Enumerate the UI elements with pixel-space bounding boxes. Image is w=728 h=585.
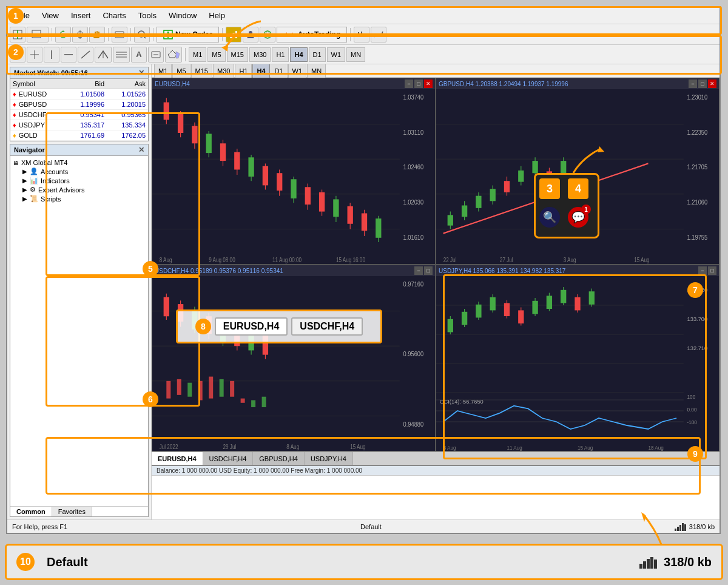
chart-usdjpy-minimize[interactable]: −: [698, 266, 707, 275]
chart-gbpusd-maximize[interactable]: □: [698, 79, 707, 88]
tf-d1[interactable]: D1: [309, 47, 326, 62]
chart-gbpusd-body[interactable]: 1.23010 1.22350 1.21705 1.21060 1.19755 …: [436, 89, 719, 264]
inner-tf-d1[interactable]: D1: [271, 64, 288, 78]
svg-rect-3: [32, 30, 41, 38]
svg-rect-179: [532, 301, 538, 314]
nav-scripts[interactable]: ▶ 📜 Scripts: [22, 194, 146, 203]
chart-usdjpy-maximize[interactable]: □: [708, 266, 716, 275]
chart-eurusd-close[interactable]: ✕: [424, 79, 433, 88]
browser-btn[interactable]: [260, 27, 275, 42]
inner-tf-w1[interactable]: W1: [288, 64, 307, 78]
tf-mn[interactable]: MN: [346, 47, 365, 62]
hline-btn[interactable]: [61, 47, 76, 63]
inner-tf-h1[interactable]: H1: [235, 64, 252, 78]
menu-view[interactable]: View: [37, 10, 64, 21]
tf-w1[interactable]: W1: [327, 47, 346, 62]
pitchfork-btn[interactable]: [95, 47, 112, 63]
chart-usdchf-maximize[interactable]: □: [424, 266, 433, 275]
svg-rect-150: [230, 381, 234, 397]
inner-tf-m5[interactable]: M5: [172, 64, 190, 78]
svg-text:1.21705: 1.21705: [687, 164, 708, 171]
table-row[interactable]: ♦EURUSD 1.01508 1.01526: [10, 89, 148, 100]
menu-charts[interactable]: Charts: [98, 10, 130, 21]
chart-tab-usdjpy[interactable]: USDJPY,H4: [305, 452, 353, 465]
status-memory: 318/0 kb: [689, 523, 715, 530]
menu-help[interactable]: Help: [204, 10, 230, 21]
market-watch-close[interactable]: ✕: [138, 69, 144, 77]
inner-tf-h4[interactable]: H4: [252, 64, 269, 78]
chart-usdchf-body[interactable]: 0.97160 0.95600 0.94880 Jul 2022 29 Jul …: [152, 276, 435, 451]
trendline-btn[interactable]: [78, 47, 93, 63]
market-watch-header: Market Watch: 09:55:16 ✕: [10, 67, 148, 79]
label-btn[interactable]: [148, 47, 164, 63]
status-bar: For Help, press F1 Default 318/0 kb: [7, 519, 720, 533]
hand-btn[interactable]: [89, 27, 105, 42]
inner-tf-m30[interactable]: M30: [213, 64, 234, 78]
fibretracement-btn[interactable]: [113, 47, 130, 63]
chart-gbpusd-close[interactable]: ✕: [708, 79, 716, 88]
chart-usdchf-minimize[interactable]: −: [414, 266, 423, 275]
tf-m15[interactable]: M15: [227, 47, 248, 62]
svg-rect-50: [164, 103, 169, 120]
color-btn[interactable]: [165, 47, 182, 63]
properties-btn[interactable]: [112, 27, 127, 42]
svg-rect-143: [263, 336, 268, 355]
svg-text:27 Jul: 27 Jul: [500, 257, 513, 263]
bottom-memory: 318/0 kb: [664, 555, 712, 569]
svg-rect-208: [643, 561, 646, 569]
inner-tf-mn[interactable]: MN: [307, 64, 326, 78]
new-chart-btn[interactable]: [10, 27, 25, 42]
svg-text:1.02460: 1.02460: [403, 164, 424, 171]
svg-rect-175: [504, 303, 510, 316]
chart-tab-eurusd[interactable]: EURUSD,H4: [152, 452, 203, 465]
new-order-button[interactable]: New Order: [157, 27, 219, 42]
chart-tab-gbpusd[interactable]: GBPUSD,H4: [253, 452, 305, 465]
svg-rect-206: [684, 524, 686, 531]
chart-eurusd-body[interactable]: 1.03740 1.03110 1.02460 1.02030 1.01610 …: [152, 89, 435, 264]
vline-btn[interactable]: [44, 47, 59, 63]
svg-text:-100: -100: [687, 419, 698, 425]
tf-h1[interactable]: H1: [272, 47, 289, 62]
nav-tab-favorites[interactable]: Favorites: [52, 507, 92, 516]
chart-eurusd-minimize[interactable]: −: [405, 79, 413, 88]
crosshair-btn[interactable]: [72, 27, 88, 42]
table-row[interactable]: ♦GBPUSD 1.19996 1.20015: [10, 100, 148, 110]
tf-m30[interactable]: M30: [249, 47, 271, 62]
terminal-body[interactable]: [152, 476, 720, 519]
chart-eurusd-maximize[interactable]: □: [414, 79, 423, 88]
svg-rect-144: [166, 381, 170, 399]
svg-rect-68: [291, 179, 296, 198]
zoom-btn[interactable]: [134, 27, 150, 42]
chart-gbpusd-minimize[interactable]: −: [689, 79, 697, 88]
inner-tf-m15[interactable]: M15: [191, 64, 212, 78]
svg-text:29 Jul: 29 Jul: [223, 444, 237, 450]
tf-m1[interactable]: M1: [189, 47, 206, 62]
nav-indicators[interactable]: ▶ 📊 Indicators: [22, 176, 146, 185]
chart-usdjpy-body[interactable]: CCI(14):-56.7650 134.720 133.700 132.710…: [436, 276, 719, 451]
indicators-btn[interactable]: [371, 27, 386, 42]
navigator-close[interactable]: ✕: [138, 146, 144, 154]
tf-h4[interactable]: H4: [290, 47, 307, 62]
annotation-badge-1: 1: [8, 8, 24, 24]
table-row[interactable]: ♦USDJPY 135.317 135.334: [10, 120, 148, 130]
chart-type-btn[interactable]: [354, 27, 369, 42]
chart-btn[interactable]: [226, 27, 241, 42]
svg-rect-106: [518, 171, 524, 182]
menu-window[interactable]: Window: [164, 10, 201, 21]
table-row[interactable]: ♦USDCHF 0.95341 0.95365: [10, 110, 148, 120]
template-btn[interactable]: [27, 27, 49, 42]
tf-m5[interactable]: M5: [207, 47, 225, 62]
nav-expert-advisors[interactable]: ▶ ⚙ Expert Advisors: [22, 185, 146, 194]
text-btn[interactable]: A: [131, 47, 147, 63]
account-btn[interactable]: [243, 27, 258, 42]
crosshair2-btn[interactable]: [27, 47, 42, 63]
menu-insert[interactable]: Insert: [66, 10, 96, 21]
nav-accounts[interactable]: ▶ 👤 Accounts: [22, 167, 146, 176]
refresh-btn[interactable]: [55, 27, 71, 42]
table-row[interactable]: ♦GOLD 1761.69 1762.05: [10, 130, 148, 141]
chart-tab-usdchf[interactable]: USDCHF,H4: [203, 452, 254, 465]
menu-tools[interactable]: Tools: [133, 10, 161, 21]
nav-tab-common[interactable]: Common: [10, 507, 52, 516]
inner-tf-m1[interactable]: M1: [154, 64, 172, 78]
autotrading-button[interactable]: AutoTrading: [277, 27, 348, 42]
